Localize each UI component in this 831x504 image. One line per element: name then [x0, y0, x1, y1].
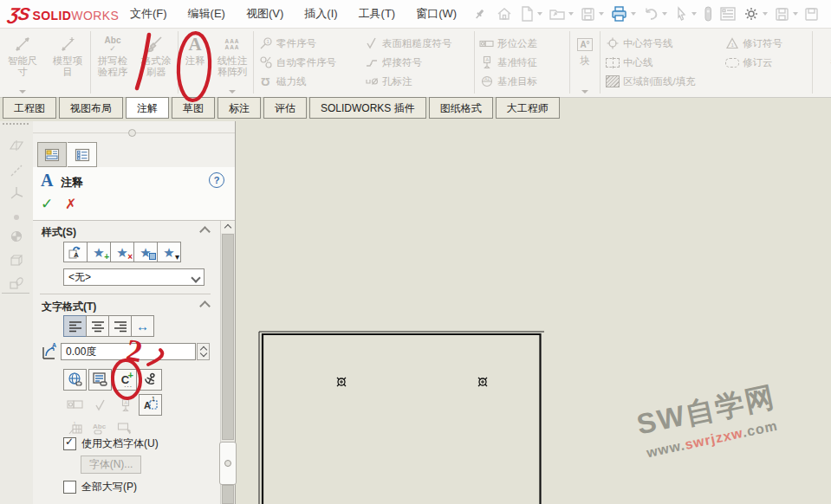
- all-caps-checkbox[interactable]: 全部大写(P): [63, 480, 137, 494]
- checkbox-unchecked-icon[interactable]: [63, 481, 76, 494]
- angle-input[interactable]: [61, 343, 196, 360]
- model-items-button[interactable]: 模型项目: [45, 28, 90, 97]
- note-button[interactable]: A 注释: [179, 28, 211, 97]
- apply-default-style-button[interactable]: A: [63, 242, 88, 262]
- dropdown-arrow-icon[interactable]: [599, 12, 604, 16]
- menu-edit[interactable]: 编辑(E): [178, 0, 236, 28]
- centerline-button[interactable]: 中心线: [605, 55, 716, 70]
- use-document-font-checkbox[interactable]: ✓ 使用文档字体(U): [63, 436, 159, 451]
- pin-menu-icon[interactable]: [472, 7, 486, 21]
- dropdown-arrow-icon[interactable]: [581, 90, 588, 94]
- select-cursor-icon[interactable]: [671, 3, 699, 25]
- menu-window[interactable]: 窗口(W): [406, 0, 467, 28]
- auto-balloon-button[interactable]: 自动零件序号: [258, 55, 355, 70]
- surface-finish-button[interactable]: 表面粗糙度符号: [364, 36, 470, 51]
- collapse-chevron-icon[interactable]: [199, 300, 211, 312]
- help-icon[interactable]: ?: [209, 172, 224, 188]
- mate-reference-icon[interactable]: [9, 275, 24, 294]
- new-document-icon[interactable]: [516, 3, 545, 25]
- property-manager-tab[interactable]: [37, 142, 67, 167]
- geometric-tolerance-button[interactable]: 形位公差: [479, 36, 565, 51]
- tables-button[interactable]: 表格: [818, 28, 831, 97]
- plane-icon[interactable]: [9, 139, 24, 158]
- home-icon[interactable]: [493, 3, 516, 25]
- spell-checker-button[interactable]: Abc✓ 拼写检验程序: [91, 28, 134, 97]
- hole-callout-button[interactable]: 孔标注: [364, 74, 470, 89]
- save-icon[interactable]: [577, 3, 607, 25]
- menu-insert[interactable]: 插入(I): [294, 0, 347, 28]
- style-dropdown[interactable]: <无>: [63, 268, 205, 286]
- panel-splitter-handle[interactable]: [128, 129, 136, 137]
- task-pane-icon[interactable]: [717, 3, 739, 25]
- revision-symbol-button[interactable]: 1 修订符号: [724, 36, 808, 51]
- collapse-chevron-icon[interactable]: [199, 226, 211, 237]
- font-button[interactable]: 字体(N)...: [81, 456, 141, 474]
- undo-icon[interactable]: [639, 3, 670, 25]
- save-all-icon[interactable]: [771, 3, 801, 25]
- feature-tree-tab[interactable]: [68, 142, 97, 167]
- revision-cloud-button[interactable]: 修订云: [724, 55, 808, 70]
- align-center-button[interactable]: [86, 315, 109, 337]
- scroll-up-button[interactable]: [221, 221, 235, 233]
- angle-spinner[interactable]: [197, 343, 210, 360]
- touch-mode-toggle-icon[interactable]: [700, 3, 716, 25]
- options-icon[interactable]: [802, 3, 821, 25]
- axis-icon[interactable]: [9, 163, 24, 182]
- panel-collapse-handle[interactable]: [219, 442, 237, 485]
- bounding-box-icon[interactable]: [9, 253, 24, 272]
- area-hatch-button[interactable]: 区域剖面线/填充: [605, 74, 716, 89]
- load-style-button[interactable]: ★▾: [157, 242, 181, 262]
- cancel-button[interactable]: ✗: [65, 196, 76, 212]
- tab-solidworks-addins[interactable]: SOLIDWORKS 插件: [309, 97, 426, 119]
- insert-datum-button[interactable]: A: [114, 394, 137, 416]
- delete-style-button[interactable]: ★×: [110, 242, 134, 262]
- weld-symbol-button[interactable]: 焊接符号: [364, 55, 470, 70]
- panel-scrollbar[interactable]: [220, 221, 235, 504]
- menu-file[interactable]: 文件(F): [120, 0, 178, 28]
- align-left-button[interactable]: [63, 315, 87, 337]
- tab-drawing[interactable]: 工程图: [3, 97, 56, 119]
- dropdown-arrow-icon[interactable]: [229, 90, 236, 94]
- datum-feature-button[interactable]: A 基准特征: [479, 55, 565, 70]
- tab-view-layout[interactable]: 视图布局: [59, 97, 123, 119]
- magnetic-line-button[interactable]: Ω 磁力线: [258, 74, 355, 89]
- center-mark-button[interactable]: 中心符号线: [605, 36, 716, 51]
- center-of-mass-icon[interactable]: [9, 229, 24, 248]
- smart-dimension-button[interactable]: 智能尺寸: [0, 28, 45, 97]
- tab-annotation[interactable]: 注解: [126, 97, 169, 119]
- tab-markup[interactable]: 标注: [217, 97, 261, 119]
- scrollbar-thumb[interactable]: [222, 234, 234, 440]
- dropdown-arrow-icon[interactable]: [631, 12, 636, 16]
- print-icon[interactable]: [607, 3, 639, 25]
- toolbar-drag-handle[interactable]: [3, 123, 29, 125]
- tab-sheet-format[interactable]: 图纸格式: [429, 97, 493, 119]
- insert-surface-finish-button[interactable]: [88, 394, 112, 416]
- align-right-button[interactable]: [108, 315, 132, 337]
- insert-symbol-button[interactable]: C + ...: [114, 369, 137, 391]
- menu-tools[interactable]: 工具(T): [348, 0, 406, 28]
- linear-note-pattern-button[interactable]: AAAAAA 线性注释阵列: [211, 28, 253, 97]
- link-to-property-button[interactable]: [88, 369, 112, 391]
- datum-target-button[interactable]: A1 基准目标: [479, 74, 565, 89]
- dropdown-arrow-icon[interactable]: [19, 90, 26, 94]
- menu-view[interactable]: 视图(V): [236, 0, 294, 28]
- settings-gear-icon[interactable]: [740, 3, 770, 25]
- balloon-button[interactable]: 1 零件序号: [258, 36, 355, 51]
- justify-button[interactable]: ↔: [131, 315, 154, 337]
- scrollbar-thumb[interactable]: [222, 485, 234, 504]
- drawing-viewport[interactable]: [236, 121, 831, 504]
- tab-sketch[interactable]: 草图: [172, 97, 215, 119]
- dropdown-arrow-icon[interactable]: [763, 12, 768, 16]
- add-style-button[interactable]: ★+: [87, 242, 111, 262]
- format-painter-button[interactable]: 格式涂刷器: [134, 28, 178, 97]
- block-button[interactable]: A° 块: [570, 28, 600, 97]
- dropdown-arrow-icon[interactable]: [793, 12, 798, 16]
- ok-button[interactable]: ✓: [41, 195, 53, 213]
- coordinate-system-icon[interactable]: [9, 185, 24, 204]
- dropdown-arrow-icon[interactable]: [662, 12, 667, 16]
- insert-into-block-button[interactable]: A1: [139, 394, 162, 416]
- tab-big-engineer[interactable]: 大工程师: [496, 97, 560, 119]
- insert-gtol-button[interactable]: [63, 394, 87, 416]
- open-icon[interactable]: [546, 3, 576, 25]
- insert-hyperlink-button[interactable]: [63, 369, 87, 391]
